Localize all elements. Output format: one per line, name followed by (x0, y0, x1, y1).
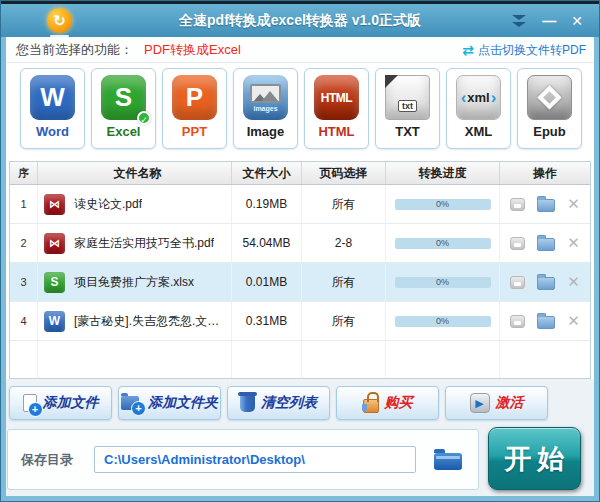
file-name-cell: W [蒙古秘史].失吉忽秃忽.文字版.doc (38, 302, 232, 340)
epub-icon (527, 75, 572, 120)
file-name: 项目免费推广方案.xlsx (74, 274, 194, 291)
file-name-cell: S 项目免费推广方案.xlsx (38, 263, 232, 301)
open-file-icon[interactable] (510, 237, 525, 250)
format-label: Image (247, 124, 285, 139)
format-label: Excel (107, 124, 141, 139)
app-window: ↻ 全速pdf转换成excel转换器 v1.0正式版 — ✕ 您当前选择的功能：… (0, 0, 600, 502)
file-size: 0.19MB (232, 185, 302, 223)
trash-icon (240, 395, 255, 412)
content-area: 您当前选择的功能： PDF转换成Excel ⇄ 点击切换文件转PDF W Wor… (6, 37, 594, 496)
header-progress: 转换进度 (386, 162, 500, 184)
open-file-icon[interactable] (510, 276, 525, 289)
table-row[interactable]: 4 W [蒙古秘史].失吉忽秃忽.文字版.doc 0.31MB 所有 0% ✕ (10, 302, 590, 341)
save-directory-panel: 保存目录 (7, 429, 479, 490)
header-operations: 操作 (500, 162, 590, 184)
remove-row-icon[interactable]: ✕ (567, 236, 580, 250)
operations-cell: ✕ (500, 263, 590, 301)
table-row[interactable]: 1 ⋈ 读史论文.pdf 0.19MB 所有 0% ✕ (10, 185, 590, 224)
progress-cell: 0% (386, 302, 500, 340)
minimize-button[interactable]: — (542, 14, 556, 28)
activate-button[interactable]: ▶ 激活 (445, 386, 548, 420)
open-file-icon[interactable] (510, 198, 525, 211)
format-card-image[interactable]: images Image (233, 68, 298, 149)
file-name-cell: ⋈ 家庭生活实用技巧全书.pdf (38, 224, 232, 262)
clear-list-button[interactable]: 清空列表 (227, 386, 330, 420)
file-size: 0.01MB (232, 263, 302, 301)
file-size: 0.31MB (232, 302, 302, 340)
empty-cell (10, 341, 38, 378)
word-icon: W (30, 75, 75, 120)
row-index: 3 (10, 263, 38, 301)
save-path-input[interactable] (94, 446, 416, 473)
selected-check-icon: ✓ (137, 111, 151, 125)
file-name-cell: ⋈ 读史论文.pdf (38, 185, 232, 223)
table-empty-row (10, 341, 590, 378)
format-card-ppt[interactable]: P PPT (162, 68, 227, 149)
buy-button[interactable]: 购买 (336, 386, 439, 420)
page-range[interactable]: 所有 (302, 263, 386, 301)
titlebar[interactable]: ↻ 全速pdf转换成excel转换器 v1.0正式版 — ✕ (1, 4, 599, 37)
format-label: HTML (318, 124, 354, 139)
save-directory-label: 保存目录 (21, 430, 73, 489)
progress-cell: 0% (386, 224, 500, 262)
add-file-button[interactable]: 添加文件 (9, 386, 112, 420)
format-card-word[interactable]: W Word (20, 68, 85, 149)
page-range[interactable]: 2-8 (302, 224, 386, 262)
switch-mode-link[interactable]: ⇄ 点击切换文件转PDF (462, 37, 586, 63)
open-folder-icon[interactable] (537, 277, 555, 290)
empty-cell (38, 341, 232, 378)
page-range[interactable]: 所有 (302, 302, 386, 340)
format-card-epub[interactable]: Epub (517, 68, 582, 149)
shopping-bag-icon (363, 399, 379, 413)
file-name: 读史论文.pdf (74, 196, 142, 213)
open-file-icon[interactable] (510, 315, 525, 328)
row-index: 4 (10, 302, 38, 340)
page-range[interactable]: 所有 (302, 185, 386, 223)
progress-bar: 0% (395, 238, 491, 249)
menu-dropdown-icon[interactable] (512, 14, 527, 28)
open-folder-icon[interactable] (537, 199, 555, 212)
remove-row-icon[interactable]: ✕ (567, 197, 580, 211)
buy-label: 购买 (385, 394, 413, 412)
progress-bar: 0% (395, 316, 491, 327)
current-function-value: PDF转换成Excel (144, 37, 241, 63)
activate-label: 激活 (496, 394, 524, 412)
open-folder-icon[interactable] (537, 238, 555, 251)
ppt-icon: P (172, 75, 217, 120)
format-card-excel[interactable]: S ✓ Excel (91, 68, 156, 149)
open-folder-icon[interactable] (537, 316, 555, 329)
operations-cell: ✕ (500, 185, 590, 223)
table-row-selected[interactable]: 3 S 项目免费推广方案.xlsx 0.01MB 所有 0% ✕ (10, 263, 590, 302)
operations-cell: ✕ (500, 302, 590, 340)
photo-tag: images (253, 105, 277, 112)
header-filename: 文件名称 (38, 162, 232, 184)
start-button[interactable]: 开始 (488, 427, 581, 490)
pdf-file-icon: ⋈ (44, 194, 65, 215)
current-function-label: 您当前选择的功能： (16, 37, 133, 63)
progress-cell: 0% (386, 263, 500, 301)
format-selector: W Word S ✓ Excel P PPT images Image (20, 68, 582, 149)
activate-arrow-icon: ▶ (470, 393, 490, 413)
switch-mode-label: 点击切换文件转PDF (478, 37, 586, 63)
file-name: [蒙古秘史].失吉忽秃忽.文字版.doc (74, 313, 231, 330)
format-label: PPT (182, 124, 207, 139)
format-label: TXT (395, 124, 420, 139)
progress-cell: 0% (386, 185, 500, 223)
format-card-xml[interactable]: xml XML (446, 68, 511, 149)
row-index: 2 (10, 224, 38, 262)
browse-folder-button[interactable] (434, 447, 462, 470)
empty-cell (500, 341, 590, 378)
add-folder-icon (121, 396, 139, 410)
close-button[interactable]: ✕ (571, 14, 583, 28)
progress-bar: 0% (395, 199, 491, 210)
function-bar: 您当前选择的功能： PDF转换成Excel ⇄ 点击切换文件转PDF (6, 37, 594, 63)
html-icon: HTML (314, 75, 359, 120)
format-card-html[interactable]: HTML HTML (304, 68, 369, 149)
xml-icon: xml (456, 75, 501, 120)
format-card-txt[interactable]: txt TXT (375, 68, 440, 149)
remove-row-icon[interactable]: ✕ (567, 275, 580, 289)
remove-row-icon[interactable]: ✕ (567, 314, 580, 328)
table-row[interactable]: 2 ⋈ 家庭生活实用技巧全书.pdf 54.04MB 2-8 0% ✕ (10, 224, 590, 263)
excel-icon: S ✓ (101, 75, 146, 120)
add-folder-button[interactable]: 添加文件夹 (118, 386, 221, 420)
